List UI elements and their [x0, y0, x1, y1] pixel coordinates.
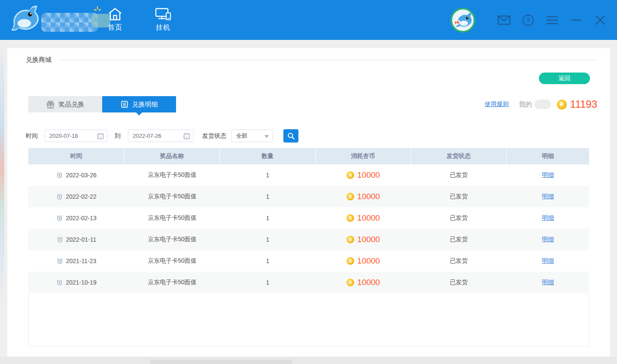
chevron-down-icon: [264, 135, 269, 138]
clock-icon: [56, 215, 63, 221]
clock-icon: [57, 258, 63, 264]
usage-rules-link[interactable]: 使用规则: [485, 100, 509, 108]
time-filter-label: 时间: [26, 132, 38, 140]
page-title: 兑换商城: [26, 56, 52, 64]
clock-icon: [56, 194, 63, 200]
status-select[interactable]: 全部: [231, 130, 273, 142]
blurred-username: [535, 100, 551, 109]
col-header-detail: 明细: [507, 148, 589, 164]
header-divider: [61, 60, 596, 60]
calendar-icon: [97, 133, 104, 140]
cell-date: 2022-02-13: [28, 207, 125, 229]
background-window-edge: [0, 40, 4, 357]
tab-prize-exchange[interactable]: 奖品兑换: [28, 96, 102, 112]
minimize-icon: [571, 19, 581, 21]
detail-link[interactable]: 明细: [542, 171, 554, 179]
bottom-edge-accent: [150, 360, 292, 364]
cell-status: 已发货: [411, 186, 507, 207]
section-header: 兑换商城: [26, 56, 596, 64]
help-icon: ?: [522, 14, 534, 26]
cell-date: 2022-03-26: [28, 164, 125, 186]
coin-icon: R: [346, 236, 354, 243]
gift-icon: [46, 100, 55, 109]
table-row: 2022-02-13 京东电子卡50面值 1 R 10000 已发货 明细: [28, 207, 589, 229]
col-header-status: 发货状态: [411, 148, 507, 164]
table-header: 时间 奖品名称 数量 消耗杏币 发货状态 明细: [28, 148, 589, 164]
cell-qty: 1: [220, 250, 316, 272]
main-nav: 首页 挂机: [98, 0, 180, 40]
table-row: 2022-03-26 京东电子卡50面值 1 R 10000 已发货 明细: [28, 164, 589, 186]
tab-exchange-details[interactable]: 兑换明细: [102, 96, 176, 112]
coin-icon: R: [346, 279, 354, 286]
nav-home[interactable]: 首页: [98, 0, 132, 40]
cell-cost: R 10000: [316, 186, 411, 207]
table-body: 2022-03-26 京东电子卡50面值 1 R 10000 已发货 明细 20…: [28, 164, 589, 293]
table-row: 2022-01-11 京东电子卡50面值 1 R 10000 已发货 明细: [28, 229, 589, 250]
date-from-input[interactable]: 2020-07-18: [45, 130, 107, 142]
balance-amount: 11193: [570, 98, 597, 110]
table-row: 2022-02-22 京东电子卡50面值 1 R 10000 已发货 明细: [28, 186, 589, 207]
cell-qty: 1: [220, 164, 316, 186]
to-label: 到: [115, 132, 121, 140]
detail-link[interactable]: 明细: [542, 279, 554, 286]
date-to-input[interactable]: 2022-07-26: [128, 130, 194, 142]
clock-icon: [57, 237, 63, 243]
cell-detail: 明细: [507, 272, 589, 293]
menu-icon: [546, 16, 558, 24]
cell-cost: R 10000: [316, 207, 411, 229]
app-logo: [8, 2, 111, 39]
cell-prize: 京东电子卡50面值: [125, 229, 220, 250]
cell-date: 2022-01-11: [28, 229, 125, 250]
cell-prize: 京东电子卡50面值: [125, 272, 220, 293]
cell-date: 2021-11-23: [28, 250, 125, 272]
titlebar: 首页 挂机 Hi: [0, 0, 617, 40]
cell-status: 已发货: [411, 250, 507, 272]
back-button[interactable]: 返回: [539, 73, 590, 84]
detail-link[interactable]: 明细: [542, 214, 554, 222]
cell-detail: 明细: [507, 250, 589, 272]
col-header-time: 时间: [28, 148, 125, 164]
dolphin-logo-icon: [8, 3, 43, 37]
clock-icon: [56, 172, 63, 179]
close-icon: [595, 15, 605, 25]
mail-button[interactable]: [498, 14, 511, 27]
detail-link[interactable]: 明细: [542, 193, 554, 200]
cell-detail: 明细: [507, 207, 589, 229]
devices-icon: [155, 8, 171, 21]
coin-icon: R: [346, 214, 354, 222]
my-balance-label: 我的: [519, 100, 532, 109]
cell-qty: 1: [220, 272, 316, 293]
date-from-value: 2020-07-18: [49, 133, 78, 139]
cell-status: 已发货: [411, 207, 507, 229]
help-button[interactable]: ?: [522, 14, 535, 27]
tab-exchange-details-label: 兑换明细: [132, 100, 158, 109]
table-row: 2021-11-23 京东电子卡50面值 1 R 10000 已发货 明细: [28, 250, 589, 272]
coin-icon: R: [346, 193, 354, 200]
cell-qty: 1: [220, 207, 316, 229]
cell-prize: 京东电子卡50面值: [125, 186, 220, 207]
status-select-value: 全部: [236, 132, 247, 140]
detail-link[interactable]: 明细: [542, 236, 554, 243]
user-avatar[interactable]: Hi: [450, 8, 475, 33]
cell-cost: R 10000: [316, 250, 411, 272]
cell-date: 2021-10-19: [28, 272, 125, 293]
bottom-edge-strip: [0, 357, 617, 364]
calendar-icon: [183, 133, 190, 140]
cell-qty: 1: [220, 186, 316, 207]
mail-icon: [498, 15, 511, 25]
detail-link[interactable]: 明细: [542, 257, 554, 265]
search-button[interactable]: [283, 129, 298, 143]
exchange-mall-panel: 兑换商城 返回 奖品兑换 兑换明细: [7, 48, 610, 357]
table-row: 2021-10-19 京东电子卡50面值 1 R 10000 已发货 明细: [28, 272, 589, 293]
close-button[interactable]: [594, 14, 607, 27]
exchange-history-table: 时间 奖品名称 数量 消耗杏币 发货状态 明细 2022-03-26 京东电子卡…: [28, 148, 589, 346]
menu-button[interactable]: [546, 14, 559, 27]
minimize-button[interactable]: [570, 14, 583, 27]
nav-hangup[interactable]: 挂机: [146, 0, 180, 40]
coin-icon: R: [557, 100, 567, 109]
cell-cost: R 10000: [316, 229, 411, 250]
coin-icon: R: [346, 171, 354, 179]
cell-prize: 京东电子卡50面值: [125, 164, 220, 186]
status-filter-label: 发货状态: [202, 132, 226, 140]
col-header-qty: 数量: [220, 148, 316, 164]
